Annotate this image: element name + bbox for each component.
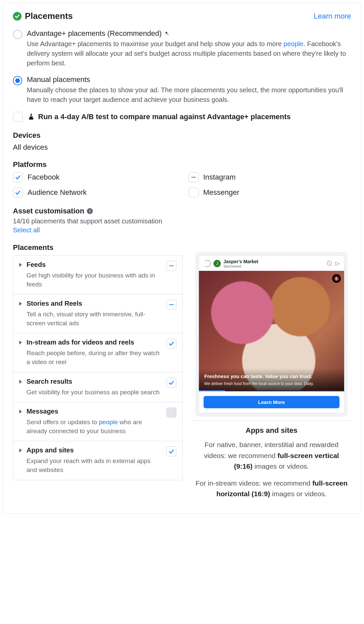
platform-label: Facebook <box>28 173 60 182</box>
video-progress <box>199 390 344 391</box>
abtest-row: Run a 4-day A/B test to compare manual a… <box>13 112 351 122</box>
placement-title: Apps and sites <box>27 446 162 454</box>
checkbox[interactable] <box>13 188 23 197</box>
placement-item: Messages Send offers or updates to peopl… <box>13 402 182 441</box>
placement-desc: Reach people before, during or after the… <box>27 349 162 366</box>
devices-heading: Devices <box>13 131 351 140</box>
avatar-icon: J <box>213 260 221 267</box>
preview-paragraph-1: For native, banner, interstitial and rew… <box>192 439 351 472</box>
checkbox[interactable] <box>13 172 23 182</box>
preview-brand: Jasper's Market <box>223 259 258 264</box>
ad-creative-image: 🔇 Freshness you can taste. Value you can… <box>199 271 344 390</box>
platform-item[interactable]: Messenger <box>189 188 351 197</box>
placement-title: Feeds <box>27 261 162 269</box>
checkbox[interactable] <box>166 261 176 271</box>
checkbox[interactable] <box>166 300 176 310</box>
caret-right-icon[interactable] <box>19 341 22 345</box>
placement-title: In-stream ads for videos and reels <box>27 339 162 346</box>
placement-item: In-stream ads for videos and reels Reach… <box>13 333 182 372</box>
platform-label: Messenger <box>203 188 239 197</box>
people-link[interactable]: people <box>99 419 118 426</box>
people-link[interactable]: people <box>283 40 303 47</box>
checkbox[interactable] <box>189 172 199 182</box>
preview-title: Apps and sites <box>192 426 351 435</box>
caret-right-icon[interactable] <box>19 302 22 306</box>
radio-selected-icon[interactable] <box>13 76 22 85</box>
preview-sponsored: Sponsored <box>223 264 258 268</box>
placement-desc: Get high visibility for your business wi… <box>27 271 162 289</box>
placement-title: Search results <box>27 378 162 385</box>
platform-grid: Facebook Instagram Audience Network Mess… <box>13 172 351 197</box>
caret-right-icon[interactable] <box>19 380 22 384</box>
placements-list: Feeds Get high visibility for your busin… <box>13 255 183 480</box>
radio-unselected-icon[interactable] <box>13 30 22 39</box>
asset-heading: Asset customisation <box>13 207 84 215</box>
placement-desc: Expand your reach with ads in external a… <box>27 457 162 474</box>
checkbox[interactable] <box>166 446 176 456</box>
divider <box>192 421 351 421</box>
checkbox[interactable] <box>189 188 199 197</box>
story-ring-icon <box>204 260 211 267</box>
ad-choices-icon: ▷ <box>335 260 339 267</box>
caret-right-icon[interactable] <box>19 410 22 414</box>
phone-preview: J Jasper's Market Sponsored ⓘ ▷ 🔇 Fre <box>199 255 344 413</box>
caret-right-icon[interactable] <box>19 263 22 267</box>
placement-title: Messages <box>27 408 162 415</box>
option-desc: Use Advantage+ placements to maximise yo… <box>27 39 351 68</box>
asset-sub: 14/16 placements that support asset cust… <box>13 217 351 225</box>
section-title: Placements <box>25 11 73 21</box>
option-desc: Manually choose the places to show your … <box>27 85 351 105</box>
placement-title: Stories and Reels <box>27 300 162 307</box>
learn-more-link[interactable]: Learn more <box>314 12 351 21</box>
placement-desc: Send offers or updates to people who are… <box>27 418 162 435</box>
mute-icon[interactable]: 🔇 <box>332 274 341 283</box>
option-manual[interactable]: Manual placements Manually choose the pl… <box>13 75 351 105</box>
platform-label: Audience Network <box>28 188 87 197</box>
overlay-sub: We deliver fresh food from the local sou… <box>204 381 339 386</box>
platform-label: Instagram <box>203 173 236 182</box>
info-icon[interactable]: i <box>87 208 93 214</box>
checkbox[interactable] <box>166 408 176 418</box>
devices-value: All devices <box>13 143 351 152</box>
abtest-checkbox[interactable] <box>13 112 23 122</box>
abtest-label: Run a 4-day A/B test to compare manual a… <box>38 113 291 121</box>
preview-paragraph-2: For in-stream videos: we recommend full-… <box>192 478 351 500</box>
checkbox[interactable] <box>166 378 176 388</box>
option-title: Manual placements <box>27 75 351 84</box>
placement-item: Apps and sites Expand your reach with ad… <box>13 441 182 480</box>
header-row: Placements Learn more <box>13 11 351 21</box>
check-circle-icon <box>13 12 22 21</box>
platform-item[interactable]: Facebook <box>13 172 175 182</box>
placement-item: Feeds Get high visibility for your busin… <box>13 256 182 294</box>
caret-right-icon[interactable] <box>19 448 22 452</box>
option-title: Advantage+ placements (Recommended) <box>27 29 162 38</box>
platform-item[interactable]: Instagram <box>189 172 351 182</box>
platforms-heading: Platforms <box>13 160 351 169</box>
placement-item: Search results Get visibility for your b… <box>13 372 182 403</box>
cta-button[interactable]: Learn More <box>204 396 339 408</box>
select-all-link[interactable]: Select all <box>13 226 40 234</box>
option-advantage[interactable]: Advantage+ placements (Recommended) Use … <box>13 29 351 68</box>
placement-desc: Get visibility for your business as peop… <box>27 388 162 397</box>
preview-column: J Jasper's Market Sponsored ⓘ ▷ 🔇 Fre <box>192 255 351 506</box>
flask-icon <box>28 113 35 120</box>
placement-desc: Tell a rich, visual story with immersive… <box>27 310 162 328</box>
info-outline-icon: ⓘ <box>327 260 332 267</box>
placements-list-heading: Placements <box>13 243 351 252</box>
placement-item: Stories and Reels Tell a rich, visual st… <box>13 294 182 333</box>
platform-item[interactable]: Audience Network <box>13 188 175 197</box>
checkbox[interactable] <box>166 339 176 349</box>
sparkle-icon <box>164 31 169 36</box>
placements-card: Placements Learn more Advantage+ placeme… <box>3 3 361 514</box>
overlay-headline: Freshness you can taste. Value you can t… <box>204 373 339 380</box>
